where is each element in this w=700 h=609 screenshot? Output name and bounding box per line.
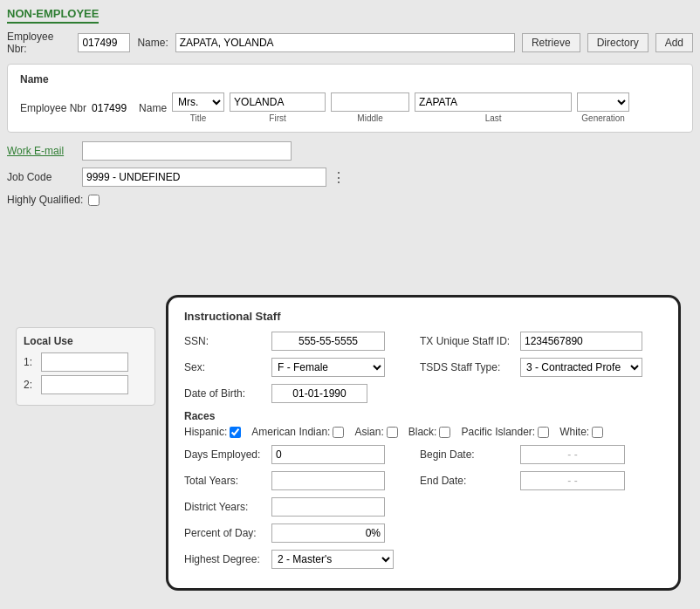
hispanic-label: Hispanic:	[184, 426, 227, 438]
dob-label: Date of Birth:	[184, 387, 263, 400]
percent-of-day-input[interactable]	[271, 523, 385, 543]
district-years-label: District Years:	[184, 501, 263, 513]
emp-nbr-label-2: Employee Nbr	[20, 102, 86, 114]
retrieve-button[interactable]: Retrieve	[522, 33, 580, 52]
local-use-label-2: 2:	[24, 379, 36, 391]
begin-date-label: Begin Date:	[420, 448, 511, 461]
generation-select[interactable]: Jr. Sr. II	[577, 92, 629, 112]
american-indian-label: American Indian:	[251, 426, 330, 438]
pacific-islander-checkbox[interactable]	[538, 427, 549, 438]
american-indian-checkbox[interactable]	[333, 427, 344, 438]
job-code-row: Job Code ⋮	[7, 168, 693, 187]
district-years-input[interactable]	[271, 497, 385, 517]
dob-input[interactable]	[271, 384, 367, 403]
emp-nbr-label: Employee Nbr:	[7, 31, 71, 55]
races-section: Races Hispanic: American Indian: Asian: …	[184, 410, 662, 438]
white-label: White:	[559, 426, 589, 438]
pacific-islander-label: Pacific Islander:	[461, 426, 535, 438]
end-date-label: End Date:	[420, 475, 511, 487]
days-begin-row: Days Employed: Begin Date:	[184, 445, 662, 464]
last-sublabel: Last	[415, 113, 572, 123]
work-email-input[interactable]	[82, 141, 292, 161]
ssn-row: SSN: TX Unique Staff ID:	[184, 332, 662, 351]
sex-row: Sex: F - Female M - Male TSDS Staff Type…	[184, 358, 662, 377]
title-sublabel: Title	[172, 113, 224, 123]
job-code-label: Job Code	[7, 171, 77, 183]
tsds-type-select[interactable]: 3 - Contracted Profe	[520, 358, 642, 377]
begin-date-input[interactable]	[520, 445, 625, 464]
highest-degree-label: Highest Degree:	[184, 553, 263, 565]
name-input[interactable]	[175, 33, 515, 52]
highly-qualified-label: Highly Qualified:	[7, 194, 83, 206]
days-employed-label: Days Employed:	[184, 448, 263, 461]
asian-label: Asian:	[354, 426, 383, 438]
directory-button[interactable]: Directory	[587, 33, 649, 52]
percent-row: Percent of Day:	[184, 523, 662, 543]
races-title: Races	[184, 410, 662, 422]
days-employed-input[interactable]	[271, 445, 385, 464]
ssn-input[interactable]	[271, 332, 385, 351]
asian-checkbox[interactable]	[387, 427, 398, 438]
white-checkbox[interactable]	[592, 427, 603, 438]
instructional-title: Instructional Staff	[184, 310, 662, 323]
degree-row: Highest Degree: 2 - Master's 1 - Bachelo…	[184, 550, 662, 569]
district-row: District Years:	[184, 497, 662, 517]
local-use-panel: Local Use 1: 2:	[16, 327, 155, 406]
page-title: NON-EMPLOYEE	[7, 7, 99, 24]
first-sublabel: First	[230, 113, 326, 123]
highly-qualified-checkbox[interactable]	[88, 195, 100, 206]
pacific-islander-item: Pacific Islander:	[461, 426, 549, 438]
end-date-input[interactable]	[520, 471, 625, 490]
name-section: Name Employee Nbr 017499 Name Mrs. Mr. M…	[7, 64, 693, 133]
middle-sublabel: Middle	[331, 113, 409, 123]
generation-sublabel: Generation	[577, 113, 629, 123]
local-use-row-2: 2:	[24, 375, 148, 394]
top-bar: Employee Nbr: Name: Retrieve Directory A…	[7, 31, 693, 55]
races-row: Hispanic: American Indian: Asian: Black:…	[184, 426, 662, 438]
total-end-row: Total Years: End Date:	[184, 471, 662, 490]
tsds-type-label: TSDS Staff Type:	[420, 361, 511, 373]
local-use-title: Local Use	[24, 335, 148, 347]
local-use-row-1: 1:	[24, 352, 148, 372]
local-use-label-1: 1:	[24, 356, 36, 368]
hispanic-checkbox[interactable]	[230, 427, 241, 438]
dob-row: Date of Birth:	[184, 384, 662, 403]
black-item: Black:	[408, 426, 451, 438]
percent-of-day-label: Percent of Day:	[184, 527, 263, 539]
sex-label: Sex:	[184, 361, 263, 373]
total-years-label: Total Years:	[184, 475, 263, 487]
instructional-panel: Instructional Staff SSN: TX Unique Staff…	[166, 295, 681, 591]
black-label: Black:	[408, 426, 437, 438]
american-indian-item: American Indian:	[251, 426, 344, 438]
local-use-input-2[interactable]	[41, 375, 128, 394]
middle-name-input[interactable]	[331, 92, 409, 112]
asian-item: Asian:	[354, 426, 397, 438]
work-email-row: Work E-mail	[7, 141, 693, 161]
name-label: Name:	[137, 37, 168, 49]
highly-qualified-row: Highly Qualified:	[7, 194, 693, 206]
work-email-label[interactable]: Work E-mail	[7, 145, 77, 157]
emp-nbr-value: 017499	[92, 102, 127, 114]
white-item: White:	[559, 426, 603, 438]
name-section-title: Name	[20, 73, 680, 86]
emp-nbr-input[interactable]	[78, 33, 130, 52]
hispanic-item: Hispanic:	[184, 426, 241, 438]
tx-staff-id-input[interactable]	[520, 332, 642, 351]
job-code-input[interactable]	[82, 168, 326, 187]
sex-select[interactable]: F - Female M - Male	[271, 358, 385, 377]
name-label-2: Name	[139, 102, 167, 114]
black-checkbox[interactable]	[439, 427, 450, 438]
ssn-label: SSN:	[184, 335, 263, 347]
local-use-input-1[interactable]	[41, 352, 128, 372]
highest-degree-select[interactable]: 2 - Master's 1 - Bachelor's 3 - Doctorat…	[271, 550, 394, 569]
first-name-input[interactable]	[230, 92, 326, 112]
tx-staff-id-label: TX Unique Staff ID:	[420, 335, 511, 347]
last-name-input[interactable]	[415, 92, 572, 112]
total-years-input[interactable]	[271, 471, 385, 490]
title-select[interactable]: Mrs. Mr. Ms. Dr.	[172, 92, 224, 112]
job-code-menu-icon[interactable]: ⋮	[332, 169, 346, 186]
add-button[interactable]: Add	[655, 33, 693, 52]
